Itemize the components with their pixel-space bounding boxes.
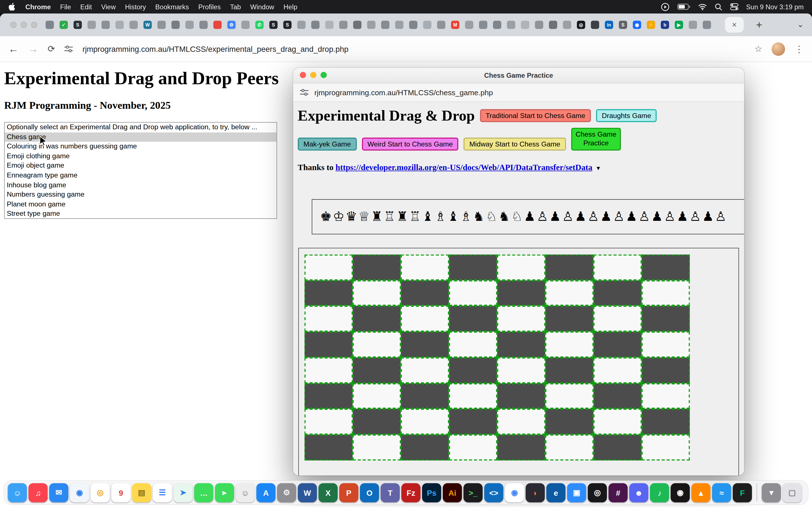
dock-music-icon[interactable]: ♫ (29, 483, 48, 502)
pinned-tab-globe-icon[interactable] (46, 20, 54, 29)
board-cell-b7[interactable] (353, 280, 401, 306)
pinned-tab-site-icon[interactable] (689, 20, 697, 29)
pinned-tab-site-icon[interactable] (479, 20, 487, 29)
setdata-doc-link[interactable]: https://developer.mozilla.org/en-US/docs… (336, 163, 592, 172)
wifi-icon[interactable] (698, 3, 707, 10)
close-window-button[interactable] (10, 22, 17, 28)
pinned-tab-site-icon[interactable] (199, 20, 207, 29)
pinned-tab-site-icon[interactable] (381, 20, 389, 29)
pinned-tab-britbox-icon[interactable]: b (661, 20, 669, 29)
tray-piece-18[interactable]: ♟ (549, 209, 561, 224)
menu-item-window[interactable]: Window (246, 3, 279, 11)
board-cell-g7[interactable] (594, 280, 642, 306)
tray-piece-0[interactable]: ♚ (319, 209, 332, 224)
board-cell-f3[interactable] (545, 383, 594, 409)
board-cell-d2[interactable] (449, 409, 497, 434)
pinned-tab-wordpress-icon[interactable]: W (144, 20, 152, 29)
board-cell-a1[interactable] (305, 435, 353, 460)
tray-piece-21[interactable]: ♙ (587, 209, 600, 224)
board-cell-d8[interactable] (449, 255, 497, 280)
pinned-tab-site-icon[interactable] (116, 20, 124, 29)
board-cell-a4[interactable] (305, 357, 353, 383)
pinned-tab-site-icon[interactable] (87, 20, 96, 29)
board-cell-g6[interactable] (594, 306, 642, 332)
listbox-option-emoji-object-game[interactable]: Emoji object game (5, 161, 276, 171)
board-cell-b3[interactable] (353, 383, 401, 409)
listbox-option-emoji-clothing-game[interactable]: Emoji clothing game (5, 152, 276, 161)
close-tab-icon[interactable]: ✕ (732, 21, 737, 29)
dock-trash-icon[interactable]: ▢ (782, 483, 802, 502)
dock-discord-icon[interactable]: ☻ (629, 483, 649, 502)
dock-outlook-icon[interactable]: O (360, 483, 379, 502)
menu-item-tab[interactable]: Tab (225, 3, 246, 11)
board-cell-f5[interactable] (545, 332, 594, 357)
pinned-tab-stripe-s-icon[interactable]: S (269, 20, 277, 29)
pinned-tab-site-icon[interactable] (437, 20, 445, 29)
listbox-option-optionally-select-an-experimen[interactable]: Optionally select an Experimental Drag a… (5, 122, 276, 132)
profile-avatar[interactable] (772, 42, 785, 56)
tray-piece-25[interactable]: ♙ (638, 209, 651, 224)
board-cell-h3[interactable] (642, 383, 690, 409)
pinned-tab-site-icon[interactable] (367, 20, 375, 29)
board-cell-g2[interactable] (594, 409, 642, 434)
tray-piece-13[interactable]: ♘ (485, 209, 498, 224)
listbox-option-planet-moon-game[interactable]: Planet moon game (5, 200, 276, 209)
dock-slack-icon[interactable]: # (608, 483, 627, 502)
pinned-tab-dark-ring-icon[interactable]: ◎ (577, 20, 585, 29)
pinned-tab-stripe-s-icon[interactable]: S (283, 20, 292, 29)
listbox-option-street-type-game[interactable]: Street type game (5, 209, 276, 219)
pinned-tab-site-icon[interactable] (703, 20, 711, 29)
board-cell-a7[interactable] (305, 280, 353, 306)
board-cell-c8[interactable] (401, 255, 449, 280)
dock-photos-icon[interactable]: ◎ (91, 483, 110, 502)
board-cell-c2[interactable] (401, 409, 449, 434)
pinned-tab-blue-dot-icon[interactable]: ◉ (633, 20, 641, 29)
dock-firefox-icon[interactable]: ◗ (525, 483, 545, 502)
dock-facetime-icon[interactable]: ▸ (215, 483, 234, 502)
pinned-tab-site-icon[interactable] (186, 20, 194, 29)
tray-piece-17[interactable]: ♙ (536, 209, 549, 224)
dock-contacts-icon[interactable]: ☺ (236, 483, 255, 502)
board-cell-e1[interactable] (497, 435, 545, 460)
dock-safari-icon[interactable]: ◉ (70, 483, 89, 502)
tray-piece-1[interactable]: ♔ (332, 209, 345, 224)
tray-piece-3[interactable]: ♕ (358, 209, 370, 224)
tray-piece-16[interactable]: ♟ (523, 209, 536, 224)
dock-powerpoint-icon[interactable]: P (339, 483, 358, 502)
dock-system-settings-icon[interactable]: ⚙ (277, 483, 296, 502)
listbox-option-inhouse-blog-game[interactable]: Inhouse blog game (5, 180, 276, 190)
dock-maps-icon[interactable]: ➤ (173, 483, 193, 502)
dock-vlc-icon[interactable]: ▲ (691, 483, 711, 502)
control-center-icon[interactable] (730, 3, 738, 10)
dock-edge-icon[interactable]: e (546, 483, 566, 502)
tray-piece-24[interactable]: ♟ (625, 209, 638, 224)
board-cell-c1[interactable] (401, 435, 449, 460)
menu-item-edit[interactable]: Edit (75, 3, 96, 11)
board-cell-c7[interactable] (401, 280, 449, 306)
pinned-tab-red-site-icon[interactable] (213, 20, 221, 29)
tray-piece-23[interactable]: ♙ (612, 209, 625, 224)
board-cell-b1[interactable] (353, 435, 401, 460)
board-cell-f7[interactable] (545, 280, 594, 306)
tray-piece-27[interactable]: ♙ (663, 209, 676, 224)
tray-piece-29[interactable]: ♙ (689, 209, 702, 224)
tray-piece-28[interactable]: ♟ (676, 209, 689, 224)
dock-obs-icon[interactable]: ◎ (588, 483, 607, 502)
board-cell-h6[interactable] (642, 306, 690, 332)
board-cell-h1[interactable] (642, 435, 690, 460)
active-tab[interactable]: ✕ (725, 17, 744, 33)
tray-piece-9[interactable]: ♗ (434, 209, 447, 224)
pinned-tab-site-icon[interactable] (549, 20, 557, 29)
dock-notes-icon[interactable]: ▤ (132, 483, 151, 502)
tray-piece-5[interactable]: ♖ (383, 209, 396, 224)
pinned-tab-site-icon[interactable] (493, 20, 501, 29)
button-mak-yek-game[interactable]: Mak-yek Game (298, 137, 357, 151)
now-playing-icon[interactable] (661, 2, 669, 11)
pinned-tab-site-icon[interactable] (311, 20, 319, 29)
spotlight-icon[interactable] (714, 3, 722, 11)
pinned-tab-whatsapp-icon[interactable]: ✆ (255, 20, 264, 29)
tray-piece-30[interactable]: ♟ (702, 209, 714, 224)
dock-mail-icon[interactable]: ✉ (49, 483, 68, 502)
board-cell-e4[interactable] (497, 357, 545, 383)
dock-spotify-icon[interactable]: ♪ (650, 483, 669, 502)
